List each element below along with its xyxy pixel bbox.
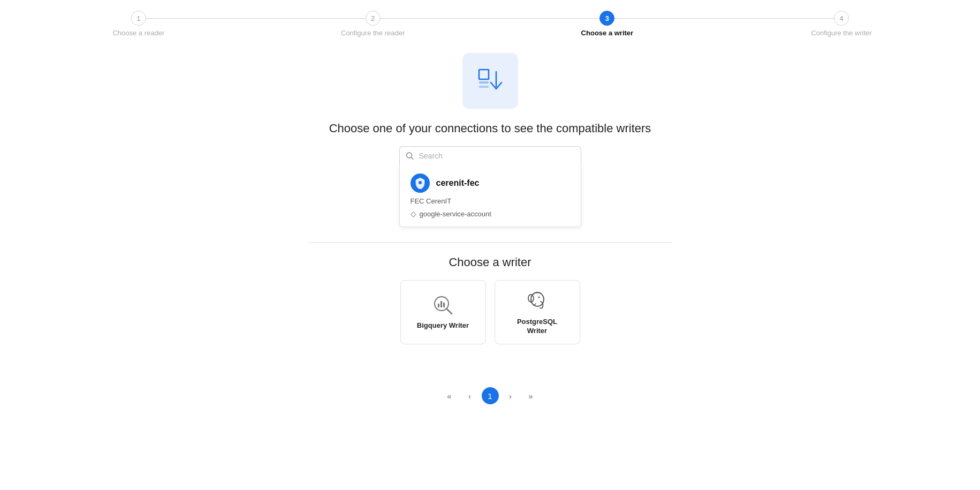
step-2: 2 Configure the reader bbox=[256, 11, 490, 37]
step-4-label: Configure the writer bbox=[811, 29, 871, 37]
bigquery-writer-card[interactable]: Bigquery Writer bbox=[400, 280, 486, 344]
svg-line-5 bbox=[411, 157, 413, 160]
postgresql-writer-label: PostgreSQLWriter bbox=[517, 318, 557, 336]
pagination-last[interactable]: » bbox=[522, 387, 540, 404]
step-2-label: Configure the reader bbox=[341, 29, 405, 37]
tag-icon: ◇ bbox=[411, 209, 416, 218]
search-input[interactable] bbox=[399, 146, 581, 165]
bigquery-icon bbox=[432, 295, 454, 316]
pagination-first[interactable]: « bbox=[441, 387, 458, 404]
search-dropdown-wrapper: cerenit-fec FEC CerenIT ◇ google-service… bbox=[399, 146, 581, 227]
connection-shield-icon bbox=[411, 174, 430, 193]
search-icon bbox=[406, 152, 414, 160]
step-4: 4 Configure the writer bbox=[724, 11, 959, 37]
connection-tag-label: google-service-account bbox=[420, 210, 491, 218]
divider bbox=[308, 242, 672, 243]
step-1-label: Choose a reader bbox=[112, 29, 164, 37]
pagination-prev[interactable]: ‹ bbox=[461, 387, 478, 404]
svg-rect-11 bbox=[443, 303, 445, 307]
postgresql-writer-card[interactable]: PostgreSQLWriter bbox=[495, 280, 580, 344]
bigquery-writer-label: Bigquery Writer bbox=[417, 321, 469, 330]
step-3: 3 Choose a writer bbox=[490, 11, 725, 37]
svg-point-14 bbox=[538, 297, 540, 298]
writer-icon bbox=[476, 66, 505, 95]
pagination: « ‹ 1 › » bbox=[441, 387, 540, 404]
svg-point-6 bbox=[419, 181, 422, 184]
page-title: Choose one of your connections to see th… bbox=[329, 122, 651, 135]
postgresql-icon bbox=[526, 289, 549, 312]
writers-grid: Bigquery Writer bbox=[400, 280, 580, 344]
main-content: Choose one of your connections to see th… bbox=[0, 37, 980, 420]
svg-rect-0 bbox=[479, 70, 489, 79]
pagination-next[interactable]: › bbox=[502, 387, 519, 404]
step-3-circle: 3 bbox=[599, 11, 614, 26]
step-1-circle: 1 bbox=[131, 11, 146, 26]
pagination-page-1[interactable]: 1 bbox=[482, 387, 499, 404]
search-container bbox=[399, 146, 581, 165]
connection-org: FEC CerenIT bbox=[411, 197, 570, 205]
svg-point-12 bbox=[531, 292, 544, 306]
step-1: 1 Choose a reader bbox=[21, 11, 256, 37]
section-title: Choose a writer bbox=[449, 255, 531, 269]
connection-name: cerenit-fec bbox=[436, 178, 480, 188]
writer-icon-box bbox=[462, 53, 518, 109]
svg-rect-9 bbox=[438, 304, 439, 307]
svg-rect-10 bbox=[440, 301, 442, 307]
step-3-label: Choose a writer bbox=[581, 29, 634, 37]
svg-rect-1 bbox=[479, 81, 489, 84]
step-2-circle: 2 bbox=[366, 11, 381, 26]
step-4-circle: 4 bbox=[834, 11, 849, 26]
connection-dropdown[interactable]: cerenit-fec FEC CerenIT ◇ google-service… bbox=[399, 165, 581, 227]
svg-line-8 bbox=[447, 309, 452, 314]
connection-tag: ◇ google-service-account bbox=[411, 209, 570, 218]
svg-rect-2 bbox=[479, 86, 489, 88]
connection-header: cerenit-fec bbox=[411, 174, 570, 193]
stepper: 1 Choose a reader 2 Configure the reader… bbox=[0, 0, 980, 37]
